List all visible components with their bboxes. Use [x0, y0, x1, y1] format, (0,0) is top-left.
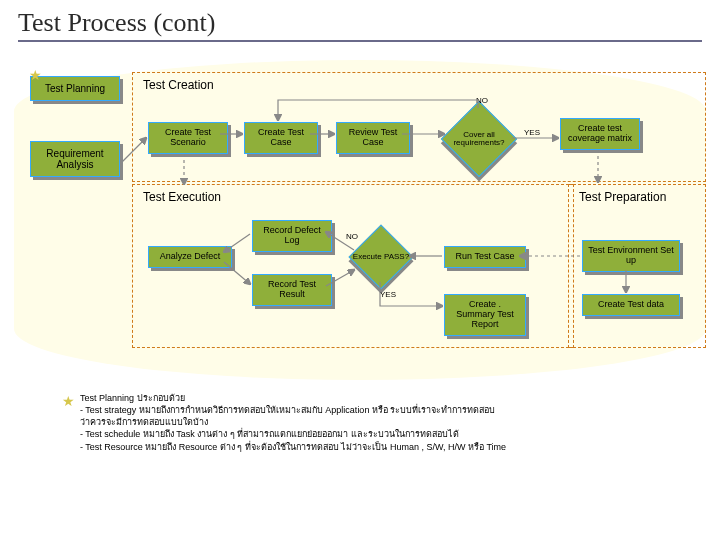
footer-line: ว่าควรจะมีการทดสอบแบบใดบ้าง	[80, 416, 680, 428]
footer-line: Test Planning ประกอบด้วย	[80, 392, 680, 404]
svg-line-12	[224, 262, 250, 284]
svg-line-11	[224, 234, 250, 252]
footer-notes: ★ Test Planning ประกอบด้วย - Test strate…	[80, 392, 680, 453]
footer-line: - Test Resource หมายถึง Resource ต่าง ๆ …	[80, 441, 680, 453]
flow-arrows	[0, 0, 720, 380]
star-icon: ★	[62, 392, 75, 411]
svg-line-10	[326, 270, 354, 286]
footer-line: - Test strategy หมายถึงการกำหนดวิธีการทด…	[80, 404, 680, 416]
footer-line: - Test schedule หมายถึง Task งานต่าง ๆ ท…	[80, 428, 680, 440]
svg-line-9	[326, 232, 354, 250]
svg-line-4	[122, 138, 146, 162]
